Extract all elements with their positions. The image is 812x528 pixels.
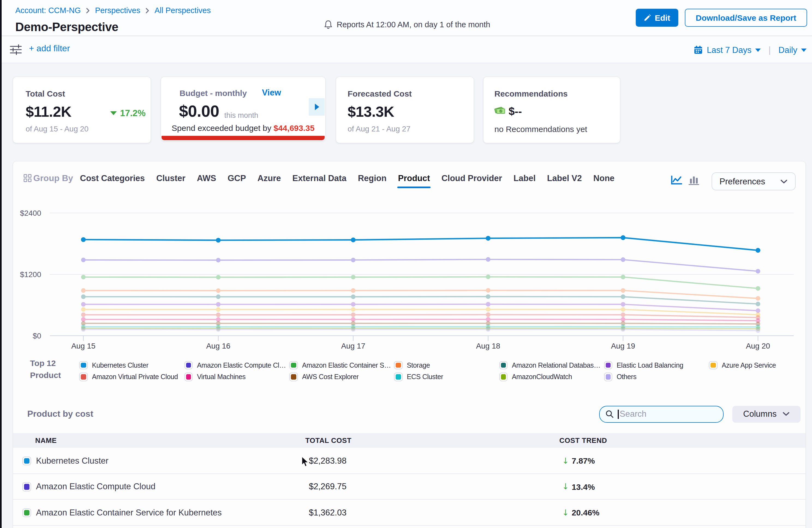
row-cost-trend: ↓20.46%: [562, 508, 599, 517]
filter-settings-icon[interactable]: [9, 41, 23, 58]
group-by-tab-none[interactable]: None: [593, 174, 615, 188]
group-by-row: Group By Cost CategoriesClusterAWSGCPAzu…: [13, 166, 806, 189]
table-title: Product by cost: [27, 409, 93, 419]
legend-label: Storage: [407, 361, 430, 369]
group-by-tab-region[interactable]: Region: [358, 174, 387, 188]
table-row-amazon-elastic-compute-cloud[interactable]: Amazon Elastic Compute Cloud$2,269.75↓13…: [13, 474, 806, 500]
svg-text:$1200: $1200: [20, 270, 41, 279]
legend-item-others[interactable]: Others: [604, 372, 637, 381]
legend-swatch: [289, 361, 298, 369]
row-trend-value: 20.46%: [571, 508, 599, 517]
legend-item-ecs-cluster[interactable]: ECS Cluster: [394, 372, 443, 381]
svg-text:Aug 17: Aug 17: [341, 342, 365, 350]
group-by-tab-cluster[interactable]: Cluster: [156, 174, 186, 188]
bar-chart-icon[interactable]: [688, 175, 700, 186]
breadcrumb-account-link[interactable]: Account: CCM-NG: [15, 6, 81, 15]
breadcrumb-chevron-icon: [86, 8, 90, 13]
forecasted-cost-value: $13.3K: [348, 104, 394, 120]
group-by-tab-label[interactable]: Label: [513, 174, 536, 188]
group-by-tabs: Cost CategoriesClusterAWSGCPAzureExterna…: [80, 174, 614, 188]
row-trend-value: 7.87%: [571, 456, 595, 465]
legend-swatch: [604, 373, 612, 381]
table-search-input[interactable]: Search: [599, 406, 724, 423]
group-by-tab-external-data[interactable]: External Data: [292, 174, 347, 188]
arrow-down-icon: ↓: [562, 508, 569, 517]
svg-text:Aug 15: Aug 15: [71, 342, 96, 350]
group-by-tab-gcp[interactable]: GCP: [228, 174, 246, 188]
columns-dropdown[interactable]: Columns: [732, 406, 800, 423]
budget-expand-button[interactable]: [309, 98, 325, 115]
legend-item-azure-app-service[interactable]: Azure App Service: [709, 361, 776, 369]
legend-swatch: [499, 361, 508, 369]
table-row-kubernetes-cluster[interactable]: Kubernetes Cluster$2,283.98↓7.87%: [13, 448, 806, 474]
legend-item-aws-cost-explorer[interactable]: AWS Cost Explorer: [289, 372, 359, 381]
legend-swatch: [499, 373, 508, 381]
group-by-tab-azure[interactable]: Azure: [257, 174, 281, 188]
preferences-dropdown[interactable]: Preferences: [711, 172, 795, 190]
legend-item-elastic-load-balancing[interactable]: Elastic Load Balancing: [604, 361, 683, 369]
legend-item-amazon-elastic-container-se[interactable]: Amazon Elastic Container Se...: [289, 361, 392, 369]
group-by-tab-cost-categories[interactable]: Cost Categories: [80, 174, 145, 188]
table-row-amazon-elastic-container-service-for-kubernetes[interactable]: Amazon Elastic Container Service for Kub…: [13, 500, 806, 526]
svg-text:$2400: $2400: [20, 209, 41, 217]
total-cost-period: of Aug 15 - Aug 20: [26, 124, 88, 133]
row-cost-trend: ↓13.4%: [562, 482, 595, 492]
mouse-cursor: [301, 456, 309, 467]
chevron-down-icon: [755, 48, 761, 52]
chevron-down-icon: [783, 412, 789, 416]
forecasted-cost-period: of Aug 21 - Aug 27: [348, 124, 410, 133]
budget-value: $0.00: [179, 102, 219, 120]
breadcrumb: Account: CCM-NG Perspectives All Perspec…: [15, 6, 211, 15]
breadcrumb-perspectives-link[interactable]: Perspectives: [95, 6, 140, 15]
group-by-tab-cloud-provider[interactable]: Cloud Provider: [441, 174, 502, 188]
column-header-total-cost[interactable]: TOTAL COST: [305, 436, 351, 444]
chart-legend-title: Top 12 Product: [30, 357, 68, 381]
time-range-dropdown[interactable]: Last 7 Days: [694, 45, 761, 55]
search-icon: [605, 410, 614, 419]
legend-item-amazoncloudwatch[interactable]: AmazonCloudWatch: [499, 372, 572, 381]
legend-item-kubernetes-cluster[interactable]: Kubernetes Cluster: [79, 361, 148, 369]
breadcrumb-all-perspectives-link[interactable]: All Perspectives: [155, 6, 211, 15]
column-header-name[interactable]: NAME: [35, 436, 57, 444]
budget-view-link[interactable]: View: [262, 88, 281, 98]
budget-card: Budget - monthly View $0.00 this month S…: [161, 77, 325, 141]
group-by-label: Group By: [33, 174, 73, 183]
recommendations-subtitle: no Recommendations yet: [494, 124, 587, 133]
forecasted-cost-card: Forecasted Cost $13.3K of Aug 21 - Aug 2…: [336, 77, 474, 143]
granularity-dropdown[interactable]: Daily: [779, 45, 807, 55]
line-chart-icon[interactable]: [671, 175, 683, 186]
budget-exceeded-line: Spend exceeded budget by $44,693.35: [161, 123, 325, 133]
legend-item-amazon-relational-database[interactable]: Amazon Relational Database ...: [499, 361, 601, 369]
legend-swatch: [394, 361, 403, 369]
legend-swatch: [79, 373, 88, 381]
svg-text:$0: $0: [33, 332, 41, 340]
svg-text:$: $: [500, 109, 502, 113]
legend-label: Amazon Elastic Compute Clo...: [197, 361, 287, 369]
triangle-right-icon: [315, 103, 319, 110]
nav-sidebar-edge: [0, 0, 2, 528]
svg-text:Aug 19: Aug 19: [611, 342, 635, 350]
column-header-cost-trend[interactable]: COST TREND: [559, 436, 607, 444]
svg-text:Aug 16: Aug 16: [206, 342, 231, 350]
legend-item-amazon-virtual-private-cloud[interactable]: Amazon Virtual Private Cloud: [79, 372, 178, 381]
legend-item-amazon-elastic-compute-clo[interactable]: Amazon Elastic Compute Clo...: [184, 361, 287, 369]
download-save-report-button[interactable]: Download/Save as Report: [685, 9, 807, 27]
edit-button[interactable]: Edit: [636, 9, 678, 27]
row-product-name: Kubernetes Cluster: [36, 456, 108, 466]
legend-swatch: [289, 373, 298, 381]
legend-item-virtual-machines[interactable]: Virtual Machines: [184, 372, 246, 381]
group-by-tab-label-v2[interactable]: Label V2: [547, 174, 582, 188]
legend-swatch: [184, 373, 193, 381]
arrow-down-icon: ↓: [562, 482, 569, 492]
cost-trend-line-chart[interactable]: $0$1200$2400Aug 15Aug 16Aug 17Aug 18Aug …: [13, 192, 806, 353]
add-filter-button[interactable]: + add filter: [29, 44, 70, 54]
legend-item-storage[interactable]: Storage: [394, 361, 430, 369]
legend-label: Azure App Service: [722, 361, 776, 369]
group-by-tab-aws[interactable]: AWS: [197, 174, 216, 188]
budget-exceeded-text: Spend exceeded budget by: [172, 123, 271, 133]
group-by-tab-product[interactable]: Product: [398, 174, 430, 188]
total-cost-value: $11.2K: [26, 104, 72, 120]
legend-swatch: [184, 361, 193, 369]
total-cost-title: Total Cost: [26, 89, 65, 98]
recommendations-title: Recommendations: [494, 89, 567, 98]
